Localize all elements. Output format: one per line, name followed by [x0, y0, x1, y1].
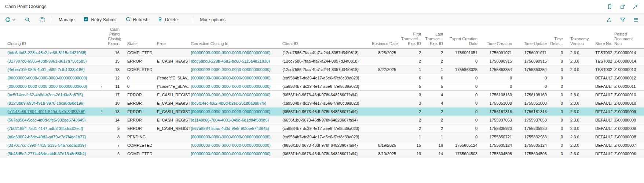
- cell-store-no[interactable]: DEFAULT: [590, 82, 612, 91]
- cell-state[interactable]: COMPLETED: [121, 49, 156, 57]
- cell-store-no[interactable]: DEFAULT: [590, 91, 612, 99]
- share-button[interactable]: [607, 17, 612, 23]
- cell-client-id[interactable]: {6656f1b0-9673-46df-978f-64828607fa94}: [281, 141, 370, 150]
- column-header-closing-id[interactable]: Closing ID: [0, 26, 96, 49]
- manage-button[interactable]: Manage: [59, 17, 74, 22]
- cell-cash-poing-closing-export[interactable]: 16: [106, 49, 121, 57]
- cell-taxonomy-version[interactable]: 2.3.0: [565, 133, 590, 141]
- closing-id-link[interactable]: {e1148c66-7804-4001-849d-6e1d84f589d6}: [7, 109, 85, 114]
- column-header-error[interactable]: Error: [156, 26, 190, 49]
- list-options-button[interactable]: [633, 17, 639, 23]
- cell-state[interactable]: ERROR: [121, 116, 156, 124]
- cell-business-date[interactable]: [370, 99, 398, 108]
- cell-posted-document-no[interactable]: Z-00000006: [612, 150, 644, 158]
- cell-posted-document-no[interactable]: Z-00000014: [612, 49, 644, 57]
- table-row[interactable]: {00000000-0000-0000-0000-000000000000}⋮1…: [0, 82, 644, 91]
- cell-business-date[interactable]: [370, 82, 398, 91]
- cell-posted-document-no[interactable]: Z-00000013: [612, 66, 644, 74]
- cell-time-delete[interactable]: 0: [549, 91, 565, 99]
- cell-client-id[interactable]: {6656f1b0-9673-46df-978f-64828607fa94}: [281, 150, 370, 158]
- correction-closing-id-link[interactable]: {00000000-0000-0000-0000-000000000000}: [191, 109, 271, 114]
- column-header-time-delete[interactable]: TimeDelet...: [549, 26, 565, 49]
- cell-taxonomy-version[interactable]: 2.3.0: [565, 150, 590, 158]
- table-row[interactable]: {e1148c66-7804-4001-849d-6e1d84f589d6}⋮1…: [0, 108, 644, 116]
- cell-time-creation[interactable]: 1755605124: [479, 141, 514, 150]
- cell-time-delete[interactable]: 0: [549, 116, 565, 124]
- cell-state[interactable]: COMPLETED: [121, 150, 156, 158]
- cell-export-creation-date[interactable]: 0: [445, 82, 479, 91]
- cell-time-creation[interactable]: 1756090915: [479, 57, 514, 66]
- cell-last-transaction-exp-id[interactable]: 1: [423, 133, 445, 141]
- cell-time-delete[interactable]: 0: [549, 150, 565, 158]
- correction-closing-id-link[interactable]: {bc5f14ec-fc62-4b8d-b2ec-261d0a8a87f6}: [191, 101, 266, 105]
- cell-first-transaction-exp-id[interactable]: 3: [398, 91, 423, 99]
- cell-time-creation[interactable]: 1755604508: [479, 150, 514, 158]
- cell-cash-poing-closing-export[interactable]: 13: [106, 66, 121, 74]
- cell-error[interactable]: [156, 49, 190, 57]
- column-header-first-transaction-exp-id[interactable]: FirstTransacti...Exp. ID: [398, 26, 423, 49]
- cell-time-delete[interactable]: 0: [549, 99, 565, 108]
- column-header-taxonomy-version[interactable]: TaxonomyVersion: [565, 26, 590, 49]
- closing-id-link[interactable]: {bdc6abd3-228b-45a2-bc68-5115a4d21938}: [7, 51, 87, 55]
- cell-export-creation-date[interactable]: 0: [445, 99, 479, 108]
- cell-client-id[interactable]: {6656f1b0-9673-46df-978f-64828607fa94}: [281, 116, 370, 124]
- closing-id-link[interactable]: {567a8584-5cac-4d0d-9fe5-902ae5743645}: [7, 118, 85, 122]
- cell-taxonomy-version[interactable]: 2.3.0: [565, 57, 590, 66]
- cell-first-transaction-exp-id[interactable]: 2: [398, 116, 423, 124]
- closing-id-link[interactable]: {bc5f14ec-fc62-4b8d-b2ec-261d0a8a87f6}: [7, 93, 83, 97]
- cell-time-delete[interactable]: 0: [549, 74, 565, 82]
- cell-last-transaction-exp-id[interactable]: 2: [423, 116, 445, 124]
- column-header-export-creation-date[interactable]: Export CreationDate: [445, 26, 479, 49]
- cell-time-update[interactable]: 1755835920: [514, 124, 549, 133]
- cell-taxonomy-version[interactable]: 2.3.0: [565, 49, 590, 57]
- cell-time-creation[interactable]: 0: [479, 82, 514, 91]
- cell-client-id[interactable]: {ca9584b7-dc39-4e17-a5e6-f7ef8c39a023}: [281, 124, 370, 133]
- cell-time-update[interactable]: 0: [514, 74, 549, 82]
- bookmark-button[interactable]: [607, 4, 612, 10]
- cell-cash-poing-closing-export[interactable]: 17: [106, 91, 121, 99]
- correction-closing-id-link[interactable]: {00000000-0000-0000-0000-000000000000}: [191, 143, 271, 147]
- cell-export-creation-date[interactable]: 1755604503: [445, 150, 479, 158]
- cell-state[interactable]: ERROR: [121, 91, 156, 99]
- cell-taxonomy-version[interactable]: 2.3.0: [565, 91, 590, 99]
- cell-time-creation[interactable]: 1756091071: [479, 49, 514, 57]
- cell-last-transaction-exp-id[interactable]: 14: [423, 150, 445, 158]
- cell-time-update[interactable]: 1755863354: [514, 66, 549, 74]
- table-row[interactable]: {7b021884-7ad1-4147-adb3-3ffbdcc02ecf}9E…: [0, 124, 644, 133]
- cell-time-creation[interactable]: 1755863354: [479, 66, 514, 74]
- cell-last-transaction-exp-id[interactable]: 4: [423, 91, 445, 99]
- cell-taxonomy-version[interactable]: 2.3.0: [565, 66, 590, 74]
- cell-store-no[interactable]: DEFAULT: [590, 124, 612, 133]
- table-row[interactable]: {bdc6abd3-228b-45a2-bc68-5115a4d21938}16…: [0, 49, 644, 57]
- cell-last-transaction-exp-id[interactable]: 2: [423, 49, 445, 57]
- cell-error[interactable]: {"code":"E_SLAV...: [156, 82, 190, 91]
- cell-posted-document-no[interactable]: Z-00000011: [612, 82, 644, 91]
- cell-export-creation-date[interactable]: 0: [445, 91, 479, 99]
- cell-cash-poing-closing-export[interactable]: 14: [106, 116, 121, 124]
- cell-export-creation-date[interactable]: 0: [445, 116, 479, 124]
- cell-time-delete[interactable]: 0: [549, 141, 565, 150]
- correction-closing-id-link[interactable]: {00000000-0000-0000-0000-000000000000}: [191, 84, 271, 89]
- cell-client-id[interactable]: {6656f1b0-9673-46df-978f-64828607fa94}: [281, 108, 370, 116]
- cell-posted-document-no[interactable]: Z-00000010: [612, 91, 644, 99]
- cell-export-creation-date[interactable]: 1756091051: [445, 49, 479, 57]
- cell-first-transaction-exp-id[interactable]: 15: [398, 141, 423, 150]
- cell-time-update[interactable]: 1755604508: [514, 150, 549, 158]
- cell-time-creation[interactable]: 1756108160: [479, 91, 514, 99]
- cell-time-update[interactable]: 0: [514, 82, 549, 91]
- cell-store-no[interactable]: DEFAULT: [590, 108, 612, 116]
- cell-time-creation[interactable]: 0: [479, 74, 514, 82]
- cell-state[interactable]: 0: [121, 74, 156, 82]
- views-button[interactable]: [5, 16, 16, 23]
- correction-closing-id-link[interactable]: {e1148c66-7804-4001-849d-6e1d84f589d6}: [191, 118, 269, 122]
- column-header-row-indicator[interactable]: [96, 26, 106, 49]
- cell-export-creation-date[interactable]: 1755863325: [445, 66, 479, 74]
- cell-time-update[interactable]: 1755832983: [514, 133, 549, 141]
- cell-posted-document-no[interactable]: Z-00000012: [612, 74, 644, 82]
- cell-client-id[interactable]: {ca9584b7-dc39-4e17-a5e6-f7ef8c39a023}: [281, 133, 370, 141]
- cell-state[interactable]: 0: [121, 82, 156, 91]
- cell-last-transaction-exp-id[interactable]: 1: [423, 66, 445, 74]
- cell-state[interactable]: ERROR: [121, 124, 156, 133]
- cell-business-date[interactable]: [370, 74, 398, 82]
- row-menu-icon[interactable]: ⋮: [99, 84, 103, 89]
